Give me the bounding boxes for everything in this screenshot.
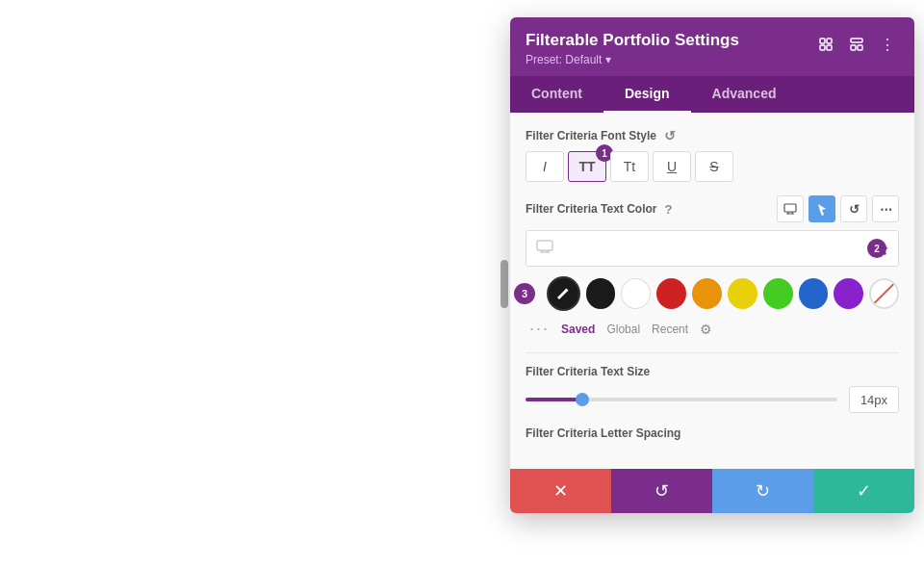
svg-rect-23 <box>858 45 862 50</box>
font-style-reset-icon[interactable]: ↺ <box>664 128 676 143</box>
font-style-text: Filter Criteria Font Style <box>526 129 656 142</box>
text-size-value[interactable]: 14px <box>849 386 899 413</box>
badge-3: 3 <box>514 283 535 304</box>
font-capitalize-btn[interactable]: Tt <box>610 151 649 182</box>
swatch-gear-icon[interactable]: ⚙ <box>700 322 712 337</box>
svg-rect-20 <box>827 45 832 50</box>
swatch-dots-btn[interactable]: ··· <box>529 319 550 339</box>
swatch-red[interactable] <box>656 278 686 309</box>
text-size-slider-fill <box>526 398 581 401</box>
swatch-yellow[interactable] <box>728 278 757 309</box>
letter-spacing-section: Filter Criteria Letter Spacing <box>526 426 899 440</box>
panel-header-icons: ⋮ <box>814 33 899 56</box>
swatch-purple[interactable] <box>834 278 863 309</box>
panel-title: Filterable Portfolio Settings <box>526 31 739 50</box>
text-size-slider-row: 14px <box>526 386 899 413</box>
color-more-btn[interactable]: ⋯ <box>872 195 899 222</box>
svg-rect-17 <box>820 39 825 43</box>
text-size-slider-thumb[interactable] <box>576 393 589 406</box>
badge-2: 2 <box>867 239 886 258</box>
font-underline-btn[interactable]: U <box>653 151 691 182</box>
settings-panel: Filterable Portfolio Settings Preset: De… <box>510 17 914 513</box>
svg-rect-28 <box>537 241 552 250</box>
swatch-tab-recent[interactable]: Recent <box>652 323 688 336</box>
tab-advanced[interactable]: Advanced <box>691 76 798 113</box>
fullscreen-icon[interactable] <box>814 33 837 56</box>
text-color-text: Filter Criteria Text Color <box>526 202 656 216</box>
swatch-tab-global[interactable]: Global <box>606 323 640 336</box>
swatch-green[interactable] <box>763 278 793 309</box>
font-style-buttons: I TT 1 Tt U S <box>526 151 899 182</box>
save-button[interactable]: ✓ <box>813 469 914 513</box>
cursor-color-btn[interactable] <box>808 195 835 222</box>
font-strikethrough-btn[interactable]: S <box>695 151 733 182</box>
tab-design[interactable]: Design <box>603 76 691 113</box>
color-preview-inner <box>563 231 898 266</box>
color-swatches-row: 3 <box>526 276 899 311</box>
tab-content[interactable]: Content <box>510 76 603 113</box>
font-bold-btn[interactable]: TT 1 <box>568 151 606 182</box>
text-size-section: Filter Criteria Text Size 14px <box>526 365 899 413</box>
cancel-button[interactable]: ✕ <box>510 469 611 513</box>
preset-label: Preset: Default <box>526 53 602 66</box>
panel-preset[interactable]: Preset: Default ▾ <box>526 53 739 66</box>
svg-line-33 <box>871 281 897 307</box>
text-size-label: Filter Criteria Text Size <box>526 365 899 378</box>
layout-icon[interactable] <box>845 33 868 56</box>
svg-rect-19 <box>820 45 825 50</box>
font-style-label: Filter Criteria Font Style ↺ <box>526 128 899 143</box>
svg-rect-24 <box>784 204 796 212</box>
panel-header-left: Filterable Portfolio Settings Preset: De… <box>526 31 739 66</box>
svg-rect-22 <box>851 45 856 50</box>
monitor-icon <box>526 240 563 258</box>
text-color-label: Filter Criteria Text Color ? ↺ ⋯ <box>526 195 899 222</box>
color-preview-bar[interactable]: 2 <box>526 230 899 267</box>
panel-tabs: Content Design Advanced <box>510 76 914 113</box>
panel-header: Filterable Portfolio Settings Preset: De… <box>510 17 914 76</box>
panel-body: Filter Criteria Font Style ↺ I TT 1 Tt U… <box>510 113 914 469</box>
svg-rect-21 <box>851 39 862 42</box>
swatch-striped[interactable] <box>869 278 899 309</box>
undo-button[interactable]: ↺ <box>611 469 712 513</box>
more-options-icon[interactable]: ⋮ <box>876 33 899 56</box>
swatch-white[interactable] <box>621 278 651 309</box>
font-italic-btn[interactable]: I <box>526 151 564 182</box>
help-icon[interactable]: ? <box>664 202 672 217</box>
swatch-black[interactable] <box>586 278 616 309</box>
swatch-tab-saved[interactable]: Saved <box>561 323 595 336</box>
preset-arrow-icon: ▾ <box>605 53 611 66</box>
monitor-view-btn[interactable] <box>777 195 804 222</box>
divider-1 <box>526 352 899 353</box>
swatch-tabs: ··· Saved Global Recent ⚙ <box>526 319 899 339</box>
text-size-slider-track[interactable] <box>526 398 837 401</box>
text-size-text: Filter Criteria Text Size <box>526 365 650 378</box>
svg-rect-18 <box>827 39 832 43</box>
swatch-blue[interactable] <box>799 278 829 309</box>
color-arrow-badge: 2 <box>879 242 890 255</box>
letter-spacing-label: Filter Criteria Letter Spacing <box>526 426 899 440</box>
letter-spacing-text: Filter Criteria Letter Spacing <box>526 426 680 440</box>
redo-button[interactable]: ↻ <box>712 469 813 513</box>
swatch-edit-btn[interactable] <box>547 276 580 311</box>
bottom-toolbar: ✕ ↺ ↻ ✓ <box>510 469 914 513</box>
color-reset-btn[interactable]: ↺ <box>840 195 867 222</box>
swatch-orange[interactable] <box>692 278 722 309</box>
scroll-handle[interactable] <box>500 260 508 308</box>
